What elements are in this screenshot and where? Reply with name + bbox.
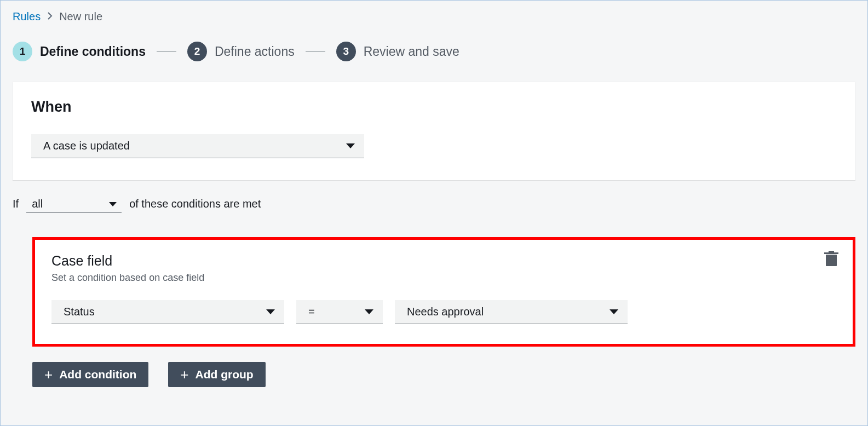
add-group-label: Add group [196, 368, 254, 381]
breadcrumb: Rules New rule [13, 10, 855, 23]
wizard-steps: 1 Define conditions 2 Define actions 3 R… [13, 42, 855, 61]
caret-down-icon [364, 309, 374, 315]
if-mode-select[interactable]: all [26, 195, 122, 213]
condition-card: Case field Set a condition based on case… [32, 237, 855, 347]
caret-down-icon [609, 309, 619, 315]
when-trigger-select[interactable]: A case is updated [31, 134, 364, 158]
condition-value-text: Needs approval [407, 306, 484, 318]
condition-title: Case field [51, 253, 836, 269]
plus-icon: + [180, 367, 188, 382]
when-card: When A case is updated [13, 82, 855, 180]
if-clause: If all of these conditions are met [13, 195, 855, 213]
add-condition-button[interactable]: + Add condition [32, 362, 148, 387]
if-mode-value: all [32, 198, 43, 210]
trash-icon [824, 251, 838, 267]
condition-field-value: Status [64, 306, 95, 318]
when-trigger-value: A case is updated [43, 140, 130, 152]
condition-value-select[interactable]: Needs approval [395, 300, 628, 324]
step-label: Define actions [215, 44, 295, 59]
wizard-step-1[interactable]: 1 Define conditions [13, 42, 146, 61]
breadcrumb-root-link[interactable]: Rules [13, 10, 41, 23]
wizard-step-3[interactable]: 3 Review and save [336, 42, 459, 61]
caret-down-icon [346, 143, 355, 149]
step-label: Review and save [364, 44, 459, 59]
svg-rect-2 [829, 251, 834, 253]
caret-down-icon [266, 309, 275, 315]
if-suffix: of these conditions are met [129, 198, 261, 210]
condition-actions: + Add condition + Add group [32, 362, 855, 387]
breadcrumb-current: New rule [59, 10, 102, 23]
step-separator [157, 51, 176, 52]
step-number: 2 [187, 42, 207, 61]
delete-condition-button[interactable] [824, 251, 838, 269]
step-number: 1 [13, 42, 32, 61]
chevron-right-icon [47, 12, 53, 22]
condition-subtitle: Set a condition based on case field [51, 272, 836, 284]
if-prefix: If [13, 198, 19, 210]
add-group-button[interactable]: + Add group [168, 362, 265, 387]
step-label: Define conditions [40, 44, 146, 59]
svg-rect-0 [826, 255, 837, 266]
add-condition-label: Add condition [59, 368, 136, 381]
step-number: 3 [336, 42, 356, 61]
when-heading: When [31, 99, 837, 116]
condition-operator-value: = [308, 306, 315, 318]
condition-operator-select[interactable]: = [296, 300, 383, 324]
step-separator [306, 51, 325, 52]
plus-icon: + [44, 367, 53, 382]
condition-field-select[interactable]: Status [51, 300, 284, 324]
wizard-step-2[interactable]: 2 Define actions [187, 42, 295, 61]
caret-down-icon [108, 202, 117, 207]
